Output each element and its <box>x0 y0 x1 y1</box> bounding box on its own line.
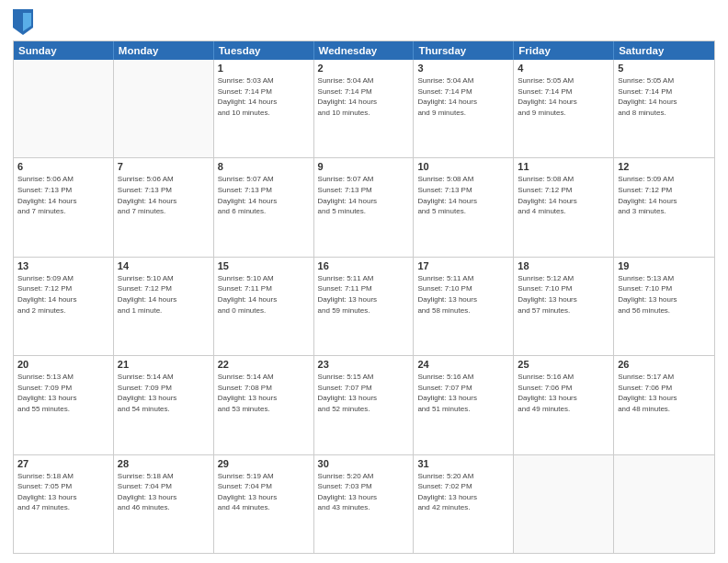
cal-cell-week1-day4: 3Sunrise: 5:04 AM Sunset: 7:14 PM Daylig… <box>414 60 514 157</box>
day-info: Sunrise: 5:03 AM Sunset: 7:14 PM Dayligh… <box>218 75 310 118</box>
day-number: 11 <box>518 161 609 172</box>
day-info: Sunrise: 5:16 AM Sunset: 7:06 PM Dayligh… <box>518 372 609 414</box>
cal-cell-week1-day3: 2Sunrise: 5:04 AM Sunset: 7:14 PM Daylig… <box>314 60 415 157</box>
day-info: Sunrise: 5:05 AM Sunset: 7:14 PM Dayligh… <box>518 75 609 118</box>
day-number: 6 <box>17 161 109 172</box>
cal-cell-week4-day3: 23Sunrise: 5:15 AM Sunset: 7:07 PM Dayli… <box>314 356 415 454</box>
day-info: Sunrise: 5:07 AM Sunset: 7:13 PM Dayligh… <box>318 174 410 216</box>
day-info: Sunrise: 5:15 AM Sunset: 7:07 PM Dayligh… <box>318 372 410 414</box>
day-number: 1 <box>218 63 310 74</box>
day-info: Sunrise: 5:09 AM Sunset: 7:12 PM Dayligh… <box>618 174 711 216</box>
cal-cell-week3-day0: 13Sunrise: 5:09 AM Sunset: 7:12 PM Dayli… <box>14 258 114 355</box>
day-info: Sunrise: 5:09 AM Sunset: 7:12 PM Dayligh… <box>17 273 109 316</box>
day-number: 5 <box>618 63 711 74</box>
day-info: Sunrise: 5:19 AM Sunset: 7:04 PM Dayligh… <box>218 471 310 513</box>
cal-cell-week5-day4: 31Sunrise: 5:20 AM Sunset: 7:02 PM Dayli… <box>414 455 514 553</box>
day-number: 12 <box>618 161 711 172</box>
cal-week-5: 27Sunrise: 5:18 AM Sunset: 7:05 PM Dayli… <box>14 455 714 553</box>
logo-icon <box>13 9 33 35</box>
day-number: 19 <box>618 260 711 271</box>
day-info: Sunrise: 5:10 AM Sunset: 7:12 PM Dayligh… <box>118 273 210 316</box>
day-info: Sunrise: 5:04 AM Sunset: 7:14 PM Dayligh… <box>417 75 509 118</box>
day-info: Sunrise: 5:04 AM Sunset: 7:14 PM Dayligh… <box>318 75 410 118</box>
day-info: Sunrise: 5:10 AM Sunset: 7:11 PM Dayligh… <box>218 273 310 316</box>
cal-cell-week1-day6: 5Sunrise: 5:05 AM Sunset: 7:14 PM Daylig… <box>614 60 714 157</box>
cal-cell-week5-day0: 27Sunrise: 5:18 AM Sunset: 7:05 PM Dayli… <box>14 455 114 553</box>
cal-cell-week2-day3: 9Sunrise: 5:07 AM Sunset: 7:13 PM Daylig… <box>314 158 415 256</box>
day-info: Sunrise: 5:05 AM Sunset: 7:14 PM Dayligh… <box>618 75 711 118</box>
day-info: Sunrise: 5:06 AM Sunset: 7:13 PM Dayligh… <box>17 174 109 216</box>
calendar-body: 1Sunrise: 5:03 AM Sunset: 7:14 PM Daylig… <box>14 60 714 553</box>
day-info: Sunrise: 5:17 AM Sunset: 7:06 PM Dayligh… <box>618 372 711 414</box>
cal-header-tuesday: Tuesday <box>214 41 314 60</box>
day-number: 31 <box>417 458 509 469</box>
day-info: Sunrise: 5:08 AM Sunset: 7:13 PM Dayligh… <box>417 174 509 216</box>
page: SundayMondayTuesdayWednesdayThursdayFrid… <box>0 0 728 563</box>
cal-cell-week4-day1: 21Sunrise: 5:14 AM Sunset: 7:09 PM Dayli… <box>114 356 214 454</box>
cal-week-2: 6Sunrise: 5:06 AM Sunset: 7:13 PM Daylig… <box>14 158 714 257</box>
day-info: Sunrise: 5:20 AM Sunset: 7:02 PM Dayligh… <box>417 471 509 513</box>
day-number: 3 <box>417 63 509 74</box>
day-number: 2 <box>318 63 410 74</box>
day-info: Sunrise: 5:16 AM Sunset: 7:07 PM Dayligh… <box>417 372 509 414</box>
cal-header-sunday: Sunday <box>14 41 114 60</box>
cal-cell-week3-day1: 14Sunrise: 5:10 AM Sunset: 7:12 PM Dayli… <box>114 258 214 355</box>
day-number: 9 <box>318 161 410 172</box>
cal-cell-week4-day4: 24Sunrise: 5:16 AM Sunset: 7:07 PM Dayli… <box>414 356 514 454</box>
cal-cell-week1-day5: 4Sunrise: 5:05 AM Sunset: 7:14 PM Daylig… <box>514 60 614 157</box>
cal-cell-week1-day2: 1Sunrise: 5:03 AM Sunset: 7:14 PM Daylig… <box>214 60 314 157</box>
cal-header-saturday: Saturday <box>614 41 714 60</box>
day-number: 20 <box>17 359 109 370</box>
day-info: Sunrise: 5:08 AM Sunset: 7:12 PM Dayligh… <box>518 174 609 216</box>
day-info: Sunrise: 5:18 AM Sunset: 7:05 PM Dayligh… <box>17 471 109 513</box>
day-info: Sunrise: 5:14 AM Sunset: 7:08 PM Dayligh… <box>218 372 310 414</box>
day-info: Sunrise: 5:12 AM Sunset: 7:10 PM Dayligh… <box>518 273 609 316</box>
cal-week-4: 20Sunrise: 5:13 AM Sunset: 7:09 PM Dayli… <box>14 356 714 454</box>
cal-cell-week2-day0: 6Sunrise: 5:06 AM Sunset: 7:13 PM Daylig… <box>14 158 114 256</box>
day-number: 16 <box>318 260 410 271</box>
cal-cell-week3-day2: 15Sunrise: 5:10 AM Sunset: 7:11 PM Dayli… <box>214 258 314 355</box>
day-number: 22 <box>218 359 310 370</box>
day-info: Sunrise: 5:14 AM Sunset: 7:09 PM Dayligh… <box>118 372 210 414</box>
day-info: Sunrise: 5:13 AM Sunset: 7:10 PM Dayligh… <box>618 273 711 316</box>
day-info: Sunrise: 5:06 AM Sunset: 7:13 PM Dayligh… <box>118 174 210 216</box>
day-info: Sunrise: 5:13 AM Sunset: 7:09 PM Dayligh… <box>17 372 109 414</box>
cal-header-monday: Monday <box>114 41 214 60</box>
cal-cell-week3-day6: 19Sunrise: 5:13 AM Sunset: 7:10 PM Dayli… <box>614 258 714 355</box>
day-number: 17 <box>417 260 509 271</box>
cal-cell-week1-day0 <box>14 60 114 157</box>
day-number: 30 <box>318 458 410 469</box>
day-number: 21 <box>118 359 210 370</box>
day-number: 10 <box>417 161 509 172</box>
cal-cell-week3-day4: 17Sunrise: 5:11 AM Sunset: 7:10 PM Dayli… <box>414 258 514 355</box>
cal-cell-week5-day1: 28Sunrise: 5:18 AM Sunset: 7:04 PM Dayli… <box>114 455 214 553</box>
cal-cell-week4-day5: 25Sunrise: 5:16 AM Sunset: 7:06 PM Dayli… <box>514 356 614 454</box>
day-info: Sunrise: 5:11 AM Sunset: 7:11 PM Dayligh… <box>318 273 410 316</box>
day-info: Sunrise: 5:20 AM Sunset: 7:03 PM Dayligh… <box>318 471 410 513</box>
cal-cell-week2-day2: 8Sunrise: 5:07 AM Sunset: 7:13 PM Daylig… <box>214 158 314 256</box>
cal-header-wednesday: Wednesday <box>314 41 415 60</box>
cal-cell-week5-day3: 30Sunrise: 5:20 AM Sunset: 7:03 PM Dayli… <box>314 455 415 553</box>
day-number: 23 <box>318 359 410 370</box>
calendar-header: SundayMondayTuesdayWednesdayThursdayFrid… <box>14 41 714 60</box>
cal-cell-week5-day5 <box>514 455 614 553</box>
cal-cell-week2-day5: 11Sunrise: 5:08 AM Sunset: 7:12 PM Dayli… <box>514 158 614 256</box>
cal-header-friday: Friday <box>514 41 614 60</box>
cal-cell-week1-day1 <box>114 60 214 157</box>
cal-cell-week4-day0: 20Sunrise: 5:13 AM Sunset: 7:09 PM Dayli… <box>14 356 114 454</box>
day-info: Sunrise: 5:11 AM Sunset: 7:10 PM Dayligh… <box>417 273 509 316</box>
cal-cell-week3-day5: 18Sunrise: 5:12 AM Sunset: 7:10 PM Dayli… <box>514 258 614 355</box>
cal-cell-week2-day4: 10Sunrise: 5:08 AM Sunset: 7:13 PM Dayli… <box>414 158 514 256</box>
cal-cell-week3-day3: 16Sunrise: 5:11 AM Sunset: 7:11 PM Dayli… <box>314 258 415 355</box>
day-number: 14 <box>118 260 210 271</box>
day-number: 7 <box>118 161 210 172</box>
cal-week-1: 1Sunrise: 5:03 AM Sunset: 7:14 PM Daylig… <box>14 60 714 158</box>
cal-cell-week4-day2: 22Sunrise: 5:14 AM Sunset: 7:08 PM Dayli… <box>214 356 314 454</box>
day-number: 29 <box>218 458 310 469</box>
cal-cell-week4-day6: 26Sunrise: 5:17 AM Sunset: 7:06 PM Dayli… <box>614 356 714 454</box>
cal-cell-week5-day2: 29Sunrise: 5:19 AM Sunset: 7:04 PM Dayli… <box>214 455 314 553</box>
day-number: 26 <box>618 359 711 370</box>
cal-week-3: 13Sunrise: 5:09 AM Sunset: 7:12 PM Dayli… <box>14 258 714 356</box>
day-number: 24 <box>417 359 509 370</box>
day-info: Sunrise: 5:18 AM Sunset: 7:04 PM Dayligh… <box>118 471 210 513</box>
